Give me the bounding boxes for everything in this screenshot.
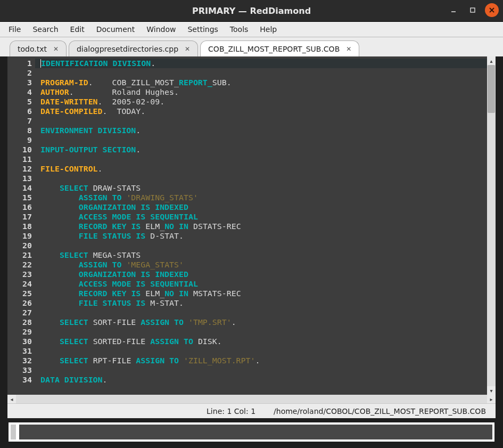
code-token: IS (141, 202, 155, 212)
code-line[interactable]: ASSIGN TO 'MEGA_STATS' (40, 260, 487, 270)
menu-file[interactable]: File (3, 23, 26, 35)
code-line[interactable]: RECORD KEY IS ELM_NO IN DSTATS-REC (40, 222, 487, 231)
code-content[interactable]: IDENTIFICATION DIVISION.PROGRAM-ID. COB_… (35, 56, 487, 395)
tab-close-icon[interactable]: ✕ (52, 45, 60, 53)
code-line[interactable]: DATE-WRITTEN. 2005-02-09. (40, 97, 487, 107)
code-token: MSTATS-REC (188, 289, 241, 298)
maximize-button[interactable] (466, 3, 480, 17)
code-line[interactable] (40, 365, 487, 375)
code-line[interactable]: ORGANIZATION IS INDEXED (40, 202, 487, 212)
code-token: RPT-FILE (88, 356, 136, 365)
line-number: 34 (7, 375, 32, 385)
code-line[interactable] (40, 116, 487, 126)
code-line[interactable]: DATA DIVISION. (40, 375, 487, 385)
line-number-gutter: 1234567891011121314151617181920212223242… (7, 56, 35, 395)
code-token: PROGRAM-ID (40, 78, 88, 87)
menu-tools[interactable]: Tools (225, 23, 254, 35)
code-line[interactable]: ACCESS MODE IS SEQUENTIAL (40, 212, 487, 222)
code-line[interactable]: RECORD KEY IS ELM_NO IN MSTATS-REC (40, 289, 487, 298)
code-line[interactable] (40, 154, 487, 164)
line-number: 10 (7, 145, 32, 154)
code-line[interactable]: ASSIGN TO 'DRAWING_STATS' (40, 193, 487, 202)
code-line[interactable]: DATE-COMPILED. TODAY. (40, 107, 487, 116)
bottom-handle[interactable] (11, 425, 16, 439)
code-token: COB_ZILL_MOST_ (112, 78, 179, 87)
code-token: INDEXED (155, 270, 188, 279)
code-line[interactable] (40, 174, 487, 183)
code-line[interactable]: FILE-CONTROL. (40, 164, 487, 174)
scroll-track-h[interactable] (16, 395, 487, 403)
code-line[interactable]: ENVIRONMENT DIVISION. (40, 126, 487, 135)
code-token: FILE (79, 231, 103, 241)
menu-settings[interactable]: Settings (182, 23, 223, 35)
code-line[interactable]: ACCESS MODE IS SEQUENTIAL (40, 279, 487, 289)
code-line[interactable]: SELECT RPT-FILE ASSIGN TO 'ZILL_MOST.RPT… (40, 356, 487, 365)
minimize-icon (450, 7, 457, 13)
code-line[interactable]: AUTHOR. Roland Hughes. (40, 87, 487, 97)
scroll-track[interactable] (487, 65, 496, 386)
menu-edit[interactable]: Edit (65, 23, 90, 35)
tab-todo[interactable]: todo.txt ✕ (10, 40, 67, 56)
code-line[interactable] (40, 241, 487, 250)
line-number: 19 (7, 231, 32, 241)
code-editor[interactable]: 1234567891011121314151617181920212223242… (7, 56, 487, 395)
code-token: IS (136, 279, 150, 289)
code-line[interactable]: ORGANIZATION IS INDEXED (40, 270, 487, 279)
line-number: 11 (7, 154, 32, 164)
line-number: 20 (7, 241, 32, 250)
code-token: SELECT (60, 337, 88, 346)
line-number: 30 (7, 337, 32, 346)
line-number: 6 (7, 107, 32, 116)
code-line[interactable]: FILE STATUS IS M-STAT. (40, 298, 487, 308)
code-token (40, 279, 79, 289)
horizontal-scrollbar[interactable]: ◂ ▸ (7, 395, 496, 403)
tab-dialogpreset[interactable]: dialogpresetdirectories.cpp ✕ (69, 40, 198, 56)
line-number: 2 (7, 68, 32, 78)
code-token: IS (131, 289, 141, 298)
close-button[interactable] (485, 3, 499, 17)
line-number: 23 (7, 270, 32, 279)
menu-help[interactable]: Help (254, 23, 282, 35)
code-line[interactable]: SELECT SORTED-FILE ASSIGN TO DISK. (40, 337, 487, 346)
minimize-button[interactable] (447, 3, 460, 17)
vertical-scrollbar[interactable]: ▴ ▾ (487, 56, 496, 395)
menu-document[interactable]: Document (91, 23, 141, 35)
scroll-thumb[interactable] (488, 65, 495, 113)
code-line[interactable] (40, 68, 487, 78)
code-token: . (103, 107, 108, 116)
scroll-left-icon[interactable]: ◂ (7, 395, 16, 403)
scroll-down-icon[interactable]: ▾ (487, 386, 496, 395)
code-line[interactable]: SELECT SORT-FILE ASSIGN TO 'TMP.SRT'. (40, 317, 487, 327)
code-line[interactable] (40, 135, 487, 145)
menu-window[interactable]: Window (141, 23, 181, 35)
code-token: Roland Hughes. (74, 87, 179, 97)
bottom-track[interactable] (19, 425, 492, 439)
window-controls (447, 3, 499, 17)
code-token (40, 337, 60, 346)
code-token: TO (169, 356, 179, 365)
tab-close-icon[interactable]: ✕ (184, 45, 191, 53)
code-token: TODAY. (108, 107, 146, 116)
code-token: 'TMP.SRT' (188, 317, 232, 327)
titlebar[interactable]: PRIMARY — RedDiamond (0, 0, 503, 22)
code-token: RECORD (79, 222, 112, 231)
scroll-up-icon[interactable]: ▴ (487, 56, 496, 65)
code-line[interactable] (40, 308, 487, 317)
code-line[interactable]: PROGRAM-ID. COB_ZILL_MOST_REPORT_SUB. (40, 78, 487, 87)
code-line[interactable] (40, 327, 487, 337)
code-token: SELECT (60, 250, 88, 260)
code-line[interactable]: INPUT-OUTPUT SECTION. (40, 145, 487, 154)
code-line[interactable]: FILE STATUS IS D-STAT. (40, 231, 487, 241)
code-line[interactable]: SELECT DRAW-STATS (40, 183, 487, 193)
tab-close-icon[interactable]: ✕ (345, 45, 352, 53)
code-token: NO (164, 289, 179, 298)
window-title: PRIMARY — RedDiamond (192, 6, 311, 16)
code-token: STATUS (103, 298, 136, 308)
code-line[interactable]: SELECT MEGA-STATS (40, 250, 487, 260)
code-line[interactable]: IDENTIFICATION DIVISION. (35, 59, 487, 68)
code-line[interactable] (40, 346, 487, 356)
code-token: . (151, 59, 155, 68)
menu-search[interactable]: Search (27, 23, 63, 35)
tab-cobol-active[interactable]: COB_ZILL_MOST_REPORT_SUB.COB ✕ (200, 40, 359, 56)
scroll-right-icon[interactable]: ▸ (487, 395, 496, 403)
